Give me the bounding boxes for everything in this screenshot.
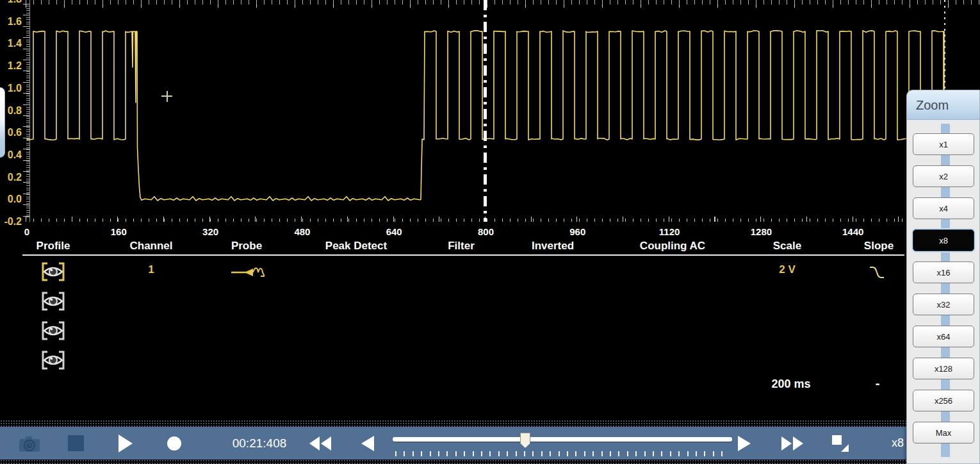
zoom-panel: Zoom x1x2x4x8x16x32x64x128x256Max [906, 90, 980, 464]
dotted-divider [0, 420, 980, 427]
x-axis-label: 1440 [842, 226, 863, 237]
column-header: Coupling AC [640, 240, 705, 253]
visibility-eye-button[interactable] [41, 291, 65, 311]
zoom-option-x128[interactable]: x128 [913, 358, 974, 379]
x-axis-label: 320 [202, 226, 218, 237]
zoom-option-x4[interactable]: x4 [913, 197, 974, 219]
channel-number[interactable]: 1 [148, 263, 154, 276]
crosshair-cursor-icon [167, 91, 168, 102]
zoom-option-Max[interactable]: Max [913, 422, 974, 443]
x-axis-label: 160 [111, 226, 127, 237]
y-axis-label: 1.6 [0, 16, 22, 29]
y-axis-label: 1.4 [0, 38, 22, 51]
zoom-option-x8[interactable]: x8 [913, 229, 974, 251]
visibility-eye-button[interactable] [41, 320, 65, 341]
column-header: Slope [864, 240, 894, 253]
x-axis-label: 480 [294, 226, 310, 237]
timebase-value: 200 ms [737, 377, 845, 391]
zoom-option-x16[interactable]: x16 [913, 261, 974, 283]
x-axis-label: 640 [386, 226, 402, 237]
scale-value[interactable]: 2 V [779, 263, 796, 276]
x-axis-label: 1120 [659, 226, 680, 237]
fast-forward-button[interactable] [780, 427, 804, 460]
table-row [0, 349, 906, 373]
header-divider [22, 254, 904, 256]
visibility-eye-button[interactable] [41, 350, 65, 370]
timebase-decrease-button[interactable]: - [868, 376, 887, 391]
rewind-button[interactable] [309, 427, 332, 460]
time-cursor-line[interactable] [484, 0, 487, 222]
zoom-option-x2[interactable]: x2 [913, 165, 974, 187]
capture-frame-button[interactable] [830, 427, 851, 460]
seek-slider-thumb[interactable] [520, 433, 530, 448]
y-axis-label: 0.0 [0, 194, 22, 206]
record-button[interactable] [165, 427, 184, 460]
seek-slider-track[interactable] [393, 437, 732, 442]
zoom-option-x1[interactable]: x1 [913, 133, 974, 155]
y-axis-label: 0.2 [0, 172, 22, 185]
x-axis-label: 960 [569, 226, 585, 237]
zoom-option-x64[interactable]: x64 [913, 326, 974, 347]
x-axis-label: 0 [24, 226, 29, 237]
x-axis-label: 800 [478, 226, 494, 237]
oscilloscope-app: 1.81.61.41.21.00.80.60.40.20.0-0.2 01603… [0, 0, 980, 464]
zoom-panel-title: Zoom [907, 90, 979, 120]
playback-controls: 00:21:408 [0, 427, 980, 460]
camera-snapshot-button[interactable] [17, 427, 42, 460]
zoom-option-x32[interactable]: x32 [913, 294, 974, 315]
x-axis-label: 1280 [751, 226, 772, 237]
column-header: Channel [129, 240, 172, 253]
playback-bar: 00:21:408 [0, 420, 980, 464]
channel-settings-table: ProfileChannelProbePeak DetectFilterInve… [0, 240, 980, 401]
visibility-eye-button[interactable] [41, 261, 65, 282]
y-axis-label: 1.2 [0, 60, 22, 73]
zoom-option-x256[interactable]: x256 [913, 390, 974, 411]
column-header: Filter [448, 240, 475, 253]
x-axis-labels: 0160320480640800960112012801440 [0, 226, 980, 240]
channel-offset-handle[interactable] [0, 87, 5, 158]
waveform-plot[interactable]: 1.81.61.41.21.00.80.60.40.20.0-0.2 [0, 0, 980, 226]
y-axis-label: 1.8 [0, 0, 22, 6]
stop-button[interactable] [66, 427, 85, 460]
column-header: Profile [37, 240, 70, 253]
dotted-divider [0, 460, 980, 464]
play-button[interactable] [115, 427, 135, 460]
elapsed-time: 00:21:408 [224, 427, 295, 460]
step-back-button[interactable] [359, 427, 377, 460]
seek-slider-ticks [395, 451, 730, 456]
probe-icon[interactable] [230, 263, 265, 283]
step-forward-button[interactable] [735, 427, 753, 460]
y-axis-label: -0.2 [0, 216, 22, 226]
slope-falling-icon[interactable] [868, 265, 886, 282]
table-row [0, 290, 906, 314]
table-row [0, 319, 906, 344]
column-header: Scale [773, 240, 801, 253]
column-header: Probe [231, 240, 262, 253]
column-header: Peak Detect [325, 240, 387, 253]
table-row: 1 2 V [0, 260, 906, 285]
channel1-waveform [0, 0, 980, 226]
column-header: Inverted [532, 240, 574, 253]
